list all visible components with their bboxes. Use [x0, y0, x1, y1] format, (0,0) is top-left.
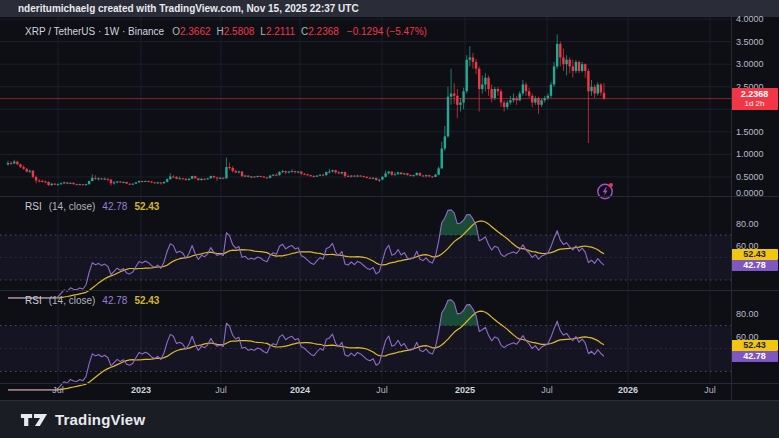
ohlc-item: O2.3662 [172, 26, 210, 37]
time-axis-label: 2026 [618, 385, 638, 396]
rsi-pane-1 [0, 210, 731, 299]
ohlc-values: O2.3662H2.5808L2.2111C2.2368 [172, 26, 339, 37]
ohlc-item: L2.2111 [260, 26, 295, 37]
symbol-title[interactable]: XRP / TetherUS · 1W · Binance [25, 26, 164, 37]
rsi-legend-1[interactable]: RSI (14, close) 42.78 52.43 [25, 201, 159, 212]
rsi-value: 42.78 [102, 295, 127, 306]
candles-group [7, 34, 605, 186]
pane-separator-2[interactable] [0, 290, 779, 291]
time-axis-label: Jul [215, 385, 227, 396]
price-axis-separator [731, 17, 732, 400]
lightning-icon [595, 181, 615, 201]
time-axis-separator [0, 383, 779, 384]
tradingview-chart-screenshot: nderitumichaelg created with TradingView… [0, 0, 779, 438]
price-axis-label: 1.0000 [736, 149, 764, 159]
time-axis-label: Jul [376, 385, 388, 396]
rsi-axis-label: 80.00 [736, 219, 759, 229]
rsi-ma-value: 52.43 [134, 201, 159, 212]
tradingview-logo-icon [20, 412, 48, 428]
rsi-value: 42.78 [102, 201, 127, 212]
tradingview-logo-text: TradingView [55, 411, 145, 428]
price-axis-label: 0.5000 [736, 172, 764, 182]
rsi-purple-badge: 42.78 [731, 260, 778, 271]
time-axis-label: Jul [704, 385, 716, 396]
price-axis-label: 3.5000 [736, 37, 764, 47]
flash-events-icon[interactable] [595, 181, 615, 201]
rsi-purple-badge: 42.78 [731, 351, 778, 362]
rsi-params: (14, close) [49, 295, 96, 306]
time-axis-label: 2023 [131, 385, 151, 396]
rsi-legend-2[interactable]: RSI (14, close) 42.78 52.43 [25, 295, 159, 306]
rsi-ma-value: 52.43 [134, 295, 159, 306]
rsi-yellow-badge: 52.43 [731, 340, 778, 351]
attribution-text: nderitumichaelg created with TradingView… [18, 3, 359, 14]
price-axis-label: 3.0000 [736, 59, 764, 69]
rsi-title[interactable]: RSI [25, 201, 42, 212]
bar-countdown: 1d 2h [731, 99, 778, 108]
rsi-yellow-badge: 52.43 [731, 249, 778, 260]
time-axis-label: 2024 [290, 385, 310, 396]
last-price: 2.2368 [731, 89, 778, 99]
time-axis-label: Jul [52, 385, 64, 396]
pane-separator-1[interactable] [0, 196, 779, 197]
ohlc-item: C2.2368 [301, 26, 339, 37]
ohlc-item: H2.5808 [217, 26, 255, 37]
symbol-legend[interactable]: XRP / TetherUS · 1W · Binance O2.3662H2.… [25, 26, 427, 37]
last-price-badge: 2.2368 1d 2h [731, 88, 778, 110]
price-axis-label: 4.0000 [736, 14, 764, 24]
time-axis-label: Jul [541, 385, 553, 396]
attribution-bar: nderitumichaelg created with TradingView… [0, 0, 779, 17]
footer-bar: TradingView [0, 400, 779, 438]
rsi-title[interactable]: RSI [25, 295, 42, 306]
rsi-pane-2 [0, 300, 731, 391]
rsi-axis-label: 80.00 [736, 309, 759, 319]
change-value: −0.1294 (−5.47%) [347, 26, 427, 37]
rsi-params: (14, close) [49, 201, 96, 212]
notification-dot [609, 183, 613, 187]
tradingview-logo[interactable]: TradingView [20, 411, 145, 428]
time-axis-label: 2025 [455, 385, 475, 396]
price-axis-label: 1.5000 [736, 127, 764, 137]
